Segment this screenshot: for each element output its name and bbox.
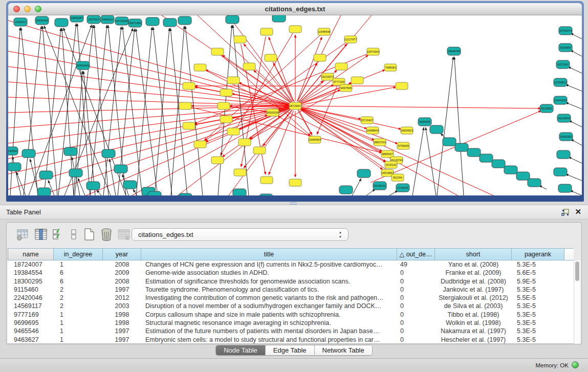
network-node[interactable] bbox=[259, 194, 273, 195]
network-node[interactable] bbox=[233, 189, 246, 195]
table-row[interactable]: 2242004622012Investigating the contribut… bbox=[8, 294, 574, 302]
tab-network-table[interactable]: Network Table bbox=[315, 345, 372, 355]
table-scrollbar[interactable] bbox=[574, 260, 580, 344]
network-graph[interactable]: 1872400711548408122179771097430374850831… bbox=[8, 15, 582, 195]
close-panel-icon[interactable]: ✕ bbox=[575, 207, 581, 216]
network-node[interactable]: 8215953 bbox=[540, 104, 553, 113]
table-row[interactable]: 969969511998Structural magnetic resonanc… bbox=[8, 319, 574, 327]
network-node[interactable] bbox=[148, 191, 161, 195]
network-node[interactable]: 16210072 bbox=[321, 73, 334, 80]
network-node[interactable] bbox=[234, 36, 246, 43]
network-node[interactable]: 2405572 bbox=[14, 18, 27, 26]
minimize-window-icon[interactable] bbox=[24, 6, 31, 12]
network-node[interactable]: 10688609 bbox=[366, 127, 379, 134]
network-node[interactable] bbox=[226, 15, 239, 24]
network-node[interactable] bbox=[260, 177, 273, 184]
network-node[interactable] bbox=[102, 149, 115, 158]
network-node[interactable] bbox=[194, 64, 206, 71]
network-node[interactable] bbox=[220, 116, 232, 123]
network-node[interactable]: 10653287 bbox=[70, 15, 83, 22]
network-node[interactable] bbox=[480, 154, 493, 162]
network-node[interactable] bbox=[217, 102, 230, 110]
network-node[interactable] bbox=[339, 186, 353, 194]
network-node[interactable]: 12444153 bbox=[554, 96, 567, 104]
network-node[interactable] bbox=[265, 54, 277, 61]
network-node[interactable] bbox=[64, 147, 77, 156]
network-node[interactable] bbox=[260, 28, 273, 35]
tab-edge-table[interactable]: Edge Table bbox=[266, 345, 315, 355]
tab-node-table[interactable]: Node Table bbox=[216, 345, 266, 355]
network-node[interactable]: 25160650 bbox=[8, 147, 18, 155]
table-selector-dropdown[interactable]: citations_edges.txt ▲▼ bbox=[132, 228, 349, 241]
network-node[interactable] bbox=[227, 128, 239, 135]
network-node[interactable] bbox=[554, 168, 567, 176]
network-node[interactable]: 20553346 bbox=[76, 61, 90, 70]
network-node[interactable] bbox=[528, 179, 541, 187]
zoom-window-icon[interactable] bbox=[35, 6, 41, 12]
network-node[interactable] bbox=[39, 171, 53, 179]
network-node[interactable] bbox=[8, 163, 21, 171]
network-node[interactable] bbox=[289, 26, 301, 33]
network-node[interactable] bbox=[179, 102, 191, 110]
network-node[interactable] bbox=[55, 18, 68, 27]
network-node[interactable] bbox=[179, 193, 192, 195]
network-node[interactable] bbox=[272, 15, 286, 22]
network-node[interactable] bbox=[146, 17, 159, 26]
column-header-name[interactable]: name bbox=[8, 248, 54, 260]
network-node[interactable]: 7485083 bbox=[384, 64, 397, 71]
table-row[interactable]: 977716911998Corpus callosum shape and si… bbox=[8, 311, 574, 319]
network-node[interactable]: 15135141 bbox=[373, 182, 386, 190]
network-node[interactable] bbox=[86, 182, 100, 190]
network-node[interactable] bbox=[492, 160, 505, 168]
network-node[interactable] bbox=[455, 143, 468, 151]
row-options-icon[interactable] bbox=[66, 227, 81, 242]
network-node[interactable] bbox=[467, 148, 481, 157]
network-node[interactable] bbox=[220, 89, 232, 96]
network-node[interactable]: 12217977 bbox=[344, 36, 357, 43]
network-node[interactable] bbox=[211, 157, 224, 164]
network-node[interactable]: 18300295 bbox=[267, 109, 279, 116]
column-header-pagerank[interactable]: pagerank bbox=[512, 248, 564, 260]
network-node[interactable] bbox=[183, 82, 195, 90]
network-node[interactable] bbox=[114, 165, 127, 173]
network-node[interactable] bbox=[558, 184, 572, 192]
network-node[interactable] bbox=[289, 179, 301, 186]
new-column-icon[interactable] bbox=[81, 227, 97, 242]
network-node[interactable] bbox=[516, 172, 530, 180]
network-node[interactable] bbox=[163, 18, 177, 27]
network-node[interactable]: 18807243 bbox=[374, 139, 386, 146]
network-node[interactable]: 9756928 bbox=[397, 142, 409, 149]
network-node[interactable]: 9329966 bbox=[559, 43, 572, 52]
column-header-short[interactable]: short bbox=[435, 248, 512, 260]
network-node[interactable]: 19384554 bbox=[309, 136, 321, 143]
network-node[interactable]: 9497568 bbox=[340, 84, 352, 92]
column-header-out_de[interactable]: △ out_de… bbox=[397, 248, 435, 260]
network-node[interactable]: 16654923 bbox=[401, 127, 413, 134]
network-node[interactable]: 11548408 bbox=[318, 28, 330, 35]
delete-table-icon[interactable] bbox=[116, 227, 132, 242]
close-window-icon[interactable] bbox=[13, 6, 20, 12]
network-node[interactable]: 18724007 bbox=[289, 102, 301, 110]
table-row[interactable]: 946362711997Embryonic stem cells: a mode… bbox=[8, 336, 574, 344]
network-node[interactable]: 16648784 bbox=[447, 47, 461, 55]
network-node[interactable]: 15720407 bbox=[361, 117, 373, 124]
network-node[interactable] bbox=[194, 141, 206, 148]
network-node[interactable] bbox=[430, 125, 443, 134]
network-node[interactable]: 10974303 bbox=[367, 48, 379, 55]
network-node[interactable] bbox=[557, 150, 570, 159]
network-node[interactable] bbox=[504, 166, 517, 174]
table-row[interactable]: 1830029562008Estimation of significance … bbox=[8, 277, 574, 286]
network-node[interactable]: 15692951 bbox=[559, 133, 573, 141]
network-node[interactable] bbox=[396, 82, 408, 90]
network-node[interactable] bbox=[123, 181, 137, 189]
table-row[interactable]: 1938455462009Genome-wide association stu… bbox=[8, 269, 574, 277]
show-columns-icon[interactable] bbox=[33, 227, 49, 242]
network-node[interactable] bbox=[37, 188, 51, 195]
network-node[interactable] bbox=[314, 54, 326, 61]
network-window-titlebar[interactable]: citations_edges.txt bbox=[8, 3, 582, 15]
network-node[interactable] bbox=[211, 48, 224, 55]
table-scrollbar-thumb[interactable] bbox=[575, 261, 579, 281]
network-node[interactable]: 9699695 bbox=[418, 118, 431, 126]
select-rows-icon[interactable] bbox=[51, 227, 66, 242]
network-node[interactable]: 6466162 bbox=[101, 15, 114, 24]
